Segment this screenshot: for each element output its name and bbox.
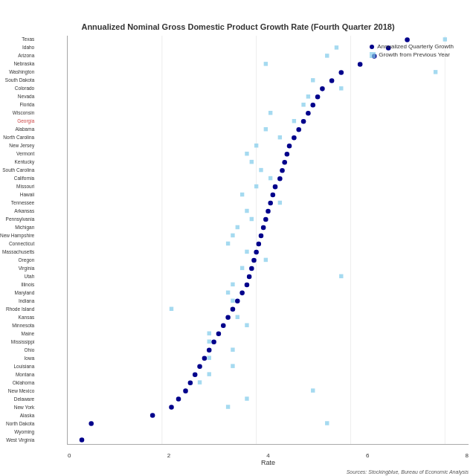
- dot-marker: [315, 94, 321, 100]
- x-tick-label: 8: [466, 452, 469, 459]
- square-marker: [264, 258, 268, 262]
- plot-svg: [68, 36, 469, 444]
- dot-marker: [273, 184, 278, 190]
- x-axis-title: Rate: [68, 459, 469, 466]
- square-marker: [245, 396, 248, 400]
- y-label: Idaho: [0, 44, 37, 52]
- y-axis-labels: TexasIdahoArizonaNebraskaWashingtonSouth…: [0, 36, 37, 445]
- square-marker: [208, 372, 211, 376]
- y-label: Nebraska: [0, 60, 37, 68]
- legend: Annualized Quarterly Growth Growth from …: [370, 43, 454, 60]
- square-marker: [311, 78, 315, 82]
- y-label: Montana: [0, 371, 37, 379]
- y-label: Oregon: [0, 257, 37, 265]
- square-marker: [339, 274, 343, 278]
- x-tick-label: 6: [366, 452, 369, 459]
- square-marker: [245, 209, 248, 213]
- y-label: Illinois: [0, 281, 37, 289]
- dot-marker: [235, 299, 240, 304]
- square-marker: [231, 347, 234, 351]
- square-marker: [226, 405, 230, 408]
- y-label: Tennessee: [0, 199, 37, 208]
- y-label: Nevada: [0, 93, 37, 101]
- dot-marker: [306, 111, 311, 116]
- legend-dot-icon: [370, 45, 374, 49]
- dot-marker: [257, 242, 262, 247]
- y-label: Delaware: [0, 396, 37, 404]
- square-marker: [443, 37, 447, 41]
- square-marker: [245, 250, 248, 254]
- y-label: Georgia: [0, 118, 37, 126]
- y-label: South Carolina: [0, 167, 37, 175]
- y-label: Pennsylvania: [0, 216, 37, 224]
- y-label: Colorado: [0, 85, 37, 93]
- y-label: Hawaii: [0, 191, 37, 199]
- y-label: Texas: [0, 36, 37, 44]
- dot-marker: [89, 421, 94, 426]
- y-label: California: [0, 175, 37, 183]
- y-label: Vermont: [0, 150, 37, 158]
- square-marker: [245, 323, 248, 327]
- y-label: South Dakota: [0, 77, 37, 85]
- dot-marker: [247, 274, 252, 280]
- x-axis-labels: 02468: [68, 452, 469, 459]
- square-marker: [208, 356, 211, 359]
- y-label: Florida: [0, 101, 37, 109]
- square-marker: [231, 283, 234, 286]
- square-marker: [301, 103, 305, 106]
- chart-title: Annualized Nominal Gross Domestic Produc…: [0, 22, 476, 31]
- y-label: Rhode Island: [0, 306, 37, 314]
- dot-marker: [251, 258, 257, 263]
- legend-dot-label: Annualized Quarterly Growth: [377, 43, 454, 50]
- square-marker: [231, 234, 234, 237]
- dot-marker: [263, 217, 268, 222]
- dot-marker: [150, 413, 155, 418]
- square-marker: [250, 160, 254, 164]
- legend-square-icon: [370, 52, 376, 58]
- square-marker: [240, 193, 244, 196]
- dot-marker: [207, 347, 212, 353]
- y-label: Utah: [0, 273, 37, 281]
- dot-marker: [249, 266, 254, 271]
- y-label: Louisiana: [0, 363, 37, 371]
- y-label: Kansas: [0, 314, 37, 322]
- square-marker: [236, 225, 239, 229]
- square-marker: [240, 266, 244, 270]
- legend-square-label: Growth from Previous Year: [379, 51, 450, 58]
- dot-marker: [197, 364, 202, 369]
- square-marker: [278, 135, 282, 139]
- dot-marker: [80, 437, 85, 443]
- dot-marker: [287, 144, 292, 149]
- dot-marker: [405, 37, 410, 42]
- y-label: West Virginia: [0, 437, 37, 445]
- square-marker: [311, 388, 315, 392]
- dot-marker: [320, 86, 325, 91]
- square-marker: [226, 291, 230, 295]
- dot-marker: [292, 135, 297, 141]
- dot-marker: [285, 152, 290, 157]
- y-label: Virginia: [0, 265, 37, 273]
- dot-marker: [239, 291, 245, 296]
- y-label: Kentucky: [0, 158, 37, 167]
- y-label: Wisconsin: [0, 109, 37, 118]
- dot-marker: [183, 388, 188, 393]
- dot-marker: [169, 405, 174, 410]
- dot-marker: [221, 324, 226, 329]
- square-marker: [254, 144, 258, 147]
- square-marker: [339, 86, 343, 90]
- dot-marker: [282, 160, 287, 165]
- chart-area: Annualized Quarterly Growth Growth from …: [67, 36, 469, 445]
- y-label: Arkansas: [0, 208, 37, 216]
- y-label: Massachusetts: [0, 248, 37, 257]
- dot-marker: [266, 209, 271, 214]
- y-label: North Carolina: [0, 134, 37, 142]
- y-label: New Mexico: [0, 387, 37, 396]
- dot-marker: [202, 356, 208, 361]
- dot-marker: [188, 380, 193, 385]
- dot-marker: [225, 315, 231, 321]
- y-label: Indiana: [0, 298, 37, 306]
- square-marker: [335, 45, 338, 49]
- dot-marker: [259, 234, 264, 239]
- square-marker: [231, 299, 234, 303]
- x-tick-label: 4: [266, 452, 269, 459]
